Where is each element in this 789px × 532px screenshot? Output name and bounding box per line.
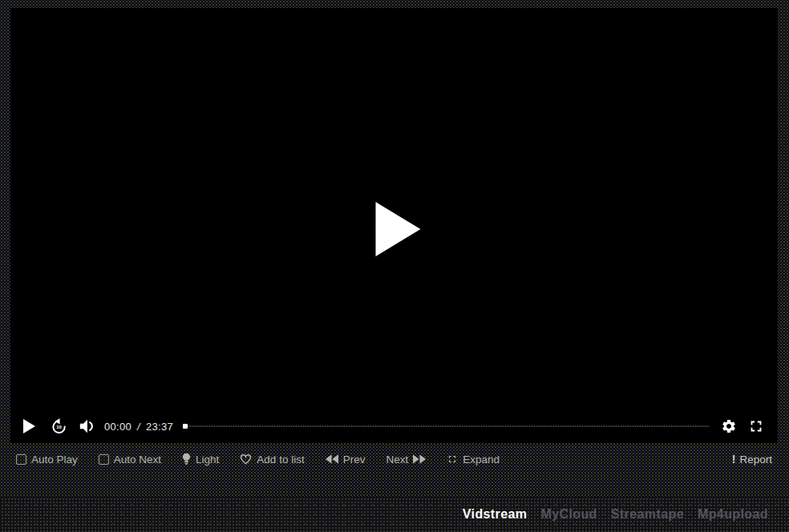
volume-button[interactable] [78, 418, 95, 434]
time-separator: / [136, 421, 142, 433]
exclamation-icon: ! [732, 453, 736, 466]
add-to-list-button[interactable]: Add to list [240, 453, 304, 466]
light-toggle[interactable]: Light [182, 453, 219, 466]
auto-next-toggle[interactable]: Auto Next [99, 453, 161, 466]
progress-handle[interactable] [183, 424, 188, 429]
volume-icon [78, 418, 95, 434]
next-episode-button[interactable]: Next [386, 453, 426, 466]
report-button[interactable]: ! Report [732, 453, 772, 466]
server-item-streamtape[interactable]: Streamtape [611, 507, 684, 522]
light-label: Light [196, 453, 219, 466]
time-display: 00:00 / 23:37 [104, 421, 173, 433]
server-item-mycloud[interactable]: MyCloud [540, 507, 597, 522]
auto-play-toggle[interactable]: Auto Play [16, 453, 78, 466]
expand-icon [447, 453, 458, 465]
prev-icon [326, 454, 338, 464]
gear-icon [721, 418, 737, 434]
add-to-list-label: Add to list [257, 453, 304, 466]
settings-button[interactable] [721, 418, 737, 434]
auto-play-label: Auto Play [31, 453, 78, 466]
video-player[interactable]: 10 00:00 / 23:37 [10, 8, 778, 443]
next-icon [413, 454, 426, 464]
player-control-bar: 10 00:00 / 23:37 [10, 409, 778, 443]
duration: 23:37 [146, 421, 173, 433]
next-label: Next [386, 453, 408, 466]
player-toolbar: Auto Play Auto Next Light Add to list Pr… [10, 445, 778, 473]
fullscreen-button[interactable] [747, 417, 765, 435]
big-play-button[interactable] [375, 202, 420, 256]
prev-episode-button[interactable]: Prev [326, 453, 366, 466]
server-list: Vidstream MyCloud Streamtape Mp4upload [0, 497, 789, 532]
server-item-vidstream[interactable]: Vidstream [463, 507, 528, 522]
play-icon [375, 202, 420, 256]
play-button[interactable] [23, 419, 35, 433]
rewind-seconds-label: 10 [56, 425, 62, 429]
checkbox-icon [16, 454, 26, 465]
heart-icon [240, 453, 252, 465]
progress-track [183, 425, 710, 427]
report-label: Report [739, 453, 772, 466]
prev-label: Prev [343, 453, 366, 466]
play-icon [23, 419, 35, 433]
fullscreen-icon [747, 417, 765, 435]
expand-button[interactable]: Expand [447, 453, 500, 466]
checkbox-icon [99, 454, 109, 465]
lightbulb-icon [182, 453, 191, 466]
current-time: 00:00 [104, 421, 132, 433]
auto-next-label: Auto Next [114, 453, 161, 466]
expand-label: Expand [463, 453, 500, 466]
progress-bar[interactable] [183, 421, 710, 432]
server-item-mp4upload[interactable]: Mp4upload [698, 507, 768, 522]
rewind-10-button[interactable]: 10 [51, 418, 67, 435]
